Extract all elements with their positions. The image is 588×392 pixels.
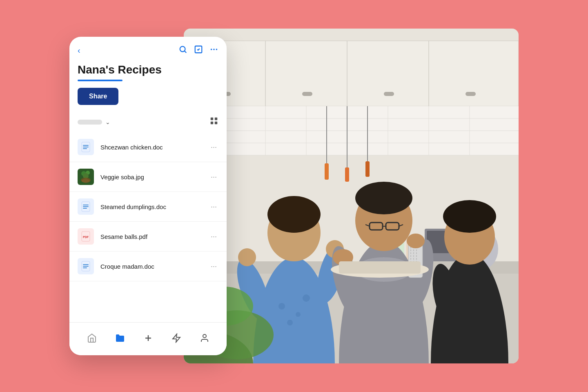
svg-rect-81 [215, 118, 217, 120]
svg-rect-105 [83, 264, 89, 265]
svg-rect-106 [83, 266, 89, 267]
svg-rect-86 [83, 145, 89, 146]
phone-card: ‹ [69, 37, 227, 355]
kitchen-photo [184, 29, 519, 363]
list-item[interactable]: Veggie soba.jpg ··· [69, 162, 227, 192]
search-icon[interactable] [178, 45, 187, 56]
file-more-icon[interactable]: ··· [209, 201, 218, 213]
list-item[interactable]: Steamed dumplings.doc ··· [69, 192, 227, 222]
scene: ‹ [69, 20, 519, 372]
svg-rect-32 [365, 161, 370, 177]
doc-icon [78, 198, 94, 215]
svg-rect-107 [83, 267, 87, 268]
phone-header: ‹ [69, 37, 227, 60]
doc-icon [78, 258, 94, 274]
file-name: Croque madam.doc [100, 263, 209, 270]
pdf-icon: PDF [78, 228, 94, 245]
svg-rect-88 [83, 148, 87, 149]
bottom-nav [69, 322, 227, 355]
svg-marker-110 [173, 334, 180, 342]
svg-point-111 [203, 334, 206, 338]
svg-point-63 [407, 234, 425, 248]
svg-rect-7 [384, 92, 394, 96]
svg-point-39 [287, 320, 293, 325]
nav-folder[interactable] [111, 329, 129, 347]
file-more-icon[interactable]: ··· [209, 141, 218, 153]
grid-view-icon[interactable] [209, 116, 218, 127]
svg-point-78 [213, 49, 215, 50]
file-name: Veggie soba.jpg [100, 174, 209, 180]
svg-rect-8 [466, 92, 476, 96]
title-underline [78, 80, 122, 81]
svg-point-94 [82, 179, 90, 183]
svg-line-75 [185, 51, 186, 53]
nav-profile[interactable] [196, 329, 214, 347]
file-list: Shcezwan chicken.doc ··· Veggie soba.jpg [69, 132, 227, 322]
svg-point-74 [180, 47, 185, 52]
back-button[interactable]: ‹ [78, 46, 80, 55]
svg-rect-87 [83, 147, 89, 147]
svg-rect-83 [215, 122, 217, 124]
filter-pill [78, 120, 102, 125]
file-more-icon[interactable]: ··· [209, 171, 218, 183]
list-item[interactable]: Croque madam.doc ··· [69, 252, 227, 281]
more-options-icon[interactable] [209, 45, 218, 56]
svg-point-77 [211, 49, 212, 50]
title-section: Nana's Recipes Share [69, 60, 227, 111]
filter-bar: ⌄ [69, 111, 227, 132]
nav-add[interactable] [139, 329, 157, 347]
svg-point-38 [296, 312, 301, 317]
list-item[interactable]: PDF Sesame balls.pdf ··· [69, 222, 227, 252]
image-thumbnail [78, 169, 94, 185]
nav-home[interactable] [83, 329, 101, 347]
file-name: Steamed dumplings.doc [100, 203, 209, 210]
list-item[interactable]: Shcezwan chicken.doc ··· [69, 132, 227, 162]
svg-rect-98 [83, 206, 89, 207]
svg-rect-28 [325, 163, 329, 180]
file-more-icon[interactable]: ··· [209, 261, 218, 272]
svg-point-40 [303, 294, 310, 302]
svg-point-79 [216, 49, 218, 50]
header-icons [178, 45, 218, 56]
svg-point-37 [278, 303, 285, 310]
file-more-icon[interactable]: ··· [209, 231, 218, 243]
svg-rect-69 [339, 261, 421, 274]
checklist-icon[interactable] [194, 45, 203, 56]
folder-title: Nana's Recipes [78, 63, 218, 76]
file-name: Shcezwan chicken.doc [100, 144, 209, 151]
svg-rect-6 [302, 92, 312, 96]
svg-text:PDF: PDF [83, 236, 89, 238]
svg-point-42 [267, 196, 321, 233]
svg-rect-80 [211, 118, 213, 120]
svg-point-66 [443, 200, 496, 233]
chevron-down-icon[interactable]: ⌄ [105, 119, 110, 125]
nav-flash[interactable] [167, 329, 185, 347]
svg-point-45 [238, 248, 256, 266]
filter-left: ⌄ [78, 119, 110, 125]
svg-rect-1 [184, 41, 519, 106]
share-button[interactable]: Share [78, 88, 118, 105]
svg-rect-97 [83, 205, 89, 205]
svg-rect-99 [83, 208, 87, 209]
svg-rect-82 [211, 122, 213, 124]
doc-icon [78, 139, 94, 155]
svg-rect-30 [345, 167, 349, 182]
file-name: Sesame balls.pdf [100, 233, 209, 240]
svg-point-50 [355, 182, 412, 214]
